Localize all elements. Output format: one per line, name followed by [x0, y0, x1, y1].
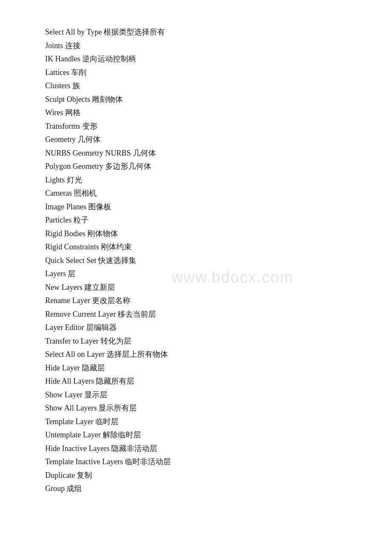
- content-list: Select All by Type 根据类型选择所有Joints 连接IK H…: [45, 26, 347, 496]
- list-item-select-all-on-layer: Select All on Layer 选择层上所有物体: [45, 348, 347, 361]
- list-item-hide-layer: Hide Layer 隐藏层: [45, 361, 347, 375]
- list-item-quick-select-set: Quick Select Set 快速选择集: [45, 254, 347, 268]
- list-item-rename-layer: Rename Layer 更改层名称: [45, 294, 347, 308]
- list-item-cameras: Cameras 照相机: [45, 187, 347, 200]
- list-item-remove-current-layer: Remove Current Layer 移去当前层: [45, 308, 347, 321]
- list-item-lattices: Lattices 车削: [45, 66, 347, 80]
- list-item-particles: Particles 粒子: [45, 214, 347, 227]
- list-item-hide-inactive-layers: Hide Inactive Layers 隐藏非活动层: [45, 442, 347, 456]
- list-item-sculpt-objects: Sculpt Objects 雕刻物体: [45, 93, 347, 107]
- list-item-nurbs-geometry: NURBS Geometry NURBS 几何体: [45, 147, 347, 160]
- list-item-untemplate-layer: Untemplate Layer 解除临时层: [45, 428, 347, 442]
- list-item-template-inactive-layers: Template Inactive Layers 临时非活动层: [45, 455, 347, 469]
- list-item-select-all-by-type: Select All by Type 根据类型选择所有: [45, 26, 347, 39]
- list-item-template-layer: Template Layer 临时层: [45, 415, 347, 429]
- list-item-transfer-to-layer: Transfer to Layer 转化为层: [45, 335, 347, 348]
- list-item-lights: Lights 灯光: [45, 173, 347, 187]
- list-item-show-layer: Show Layer 显示层: [45, 388, 347, 402]
- list-item-hide-all-layers: Hide All Layers 隐藏所有层: [45, 375, 347, 388]
- list-item-ik-handles: IK Handles 逆向运动控制柄: [45, 52, 347, 66]
- list-item-show-all-layers: Show All Layers 显示所有层: [45, 402, 347, 415]
- list-item-geometry: Geometry 几何体: [45, 133, 347, 147]
- list-item-joints: Joints 连接: [45, 39, 347, 53]
- list-item-layer-editor: Layer Editor 层编辑器: [45, 321, 347, 335]
- list-item-group: Group 成组: [45, 482, 347, 496]
- list-item-transforms: Transforms 变形: [45, 120, 347, 133]
- list-item-duplicate: Duplicate 复制: [45, 469, 347, 483]
- list-item-rigid-bodies: Rigid Bodies 刚体物体: [45, 227, 347, 241]
- list-item-image-planes: Image Planes 图像板: [45, 200, 347, 214]
- list-item-clusters: Clusters 族: [45, 79, 347, 93]
- list-item-rigid-constraints: Rigid Constraints 刚体约束: [45, 240, 347, 254]
- list-item-polygon-geometry: Polygon Geometry 多边形几何体: [45, 160, 347, 173]
- list-item-wires: Wires 网格: [45, 106, 347, 120]
- list-item-layers: Layers 层: [45, 267, 347, 281]
- list-item-new-layers: New Layers 建立新层: [45, 281, 347, 295]
